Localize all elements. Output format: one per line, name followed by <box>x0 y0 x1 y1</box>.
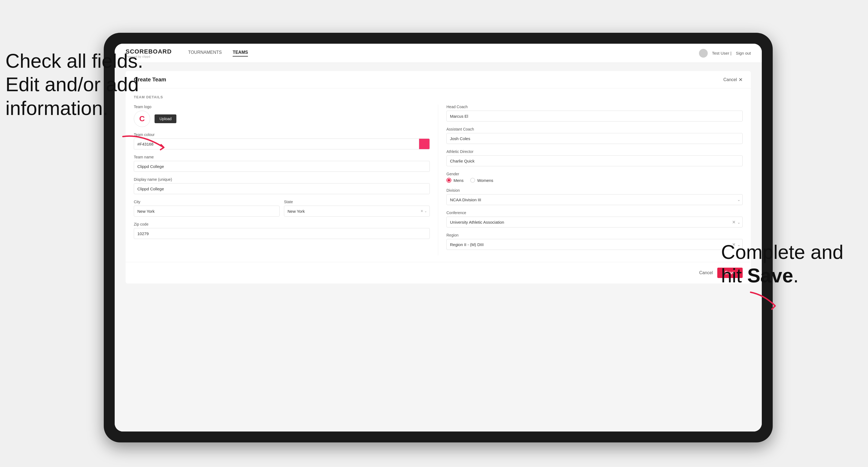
logo-area: C Upload <box>134 111 430 127</box>
region-label: Region <box>446 233 743 237</box>
gender-group: Gender Mens Womens <box>446 172 743 183</box>
section-label: TEAM DETAILS <box>134 95 743 99</box>
team-logo-group: Team logo C Upload <box>134 104 430 127</box>
tablet-device: SCOREBOARD Powered by clippd TOURNAMENTS… <box>104 33 773 442</box>
form-left: Team logo C Upload Team colour <box>134 104 438 255</box>
conference-select-wrapper: University Athletic Association ✕ ⌄ <box>446 217 743 227</box>
division-chevron-icon: ⌄ <box>737 197 741 202</box>
team-logo-label: Team logo <box>134 104 430 109</box>
region-select-wrapper: Region II - (M) DIII ✕ ⌄ <box>446 239 743 250</box>
nav-links: TOURNAMENTS TEAMS <box>188 50 699 57</box>
athletic-director-input[interactable] <box>446 155 743 166</box>
form-grid: Team logo C Upload Team colour <box>134 104 743 255</box>
panel-footer: Cancel Save <box>126 262 751 283</box>
radio-womens-label: Womens <box>477 178 493 183</box>
assistant-coach-input[interactable] <box>446 133 743 144</box>
division-label: Division <box>446 188 743 192</box>
state-group: State New York ✕ ⌄ <box>284 199 430 217</box>
athletic-director-label: Athletic Director <box>446 149 743 154</box>
state-select[interactable]: New York <box>284 206 430 217</box>
user-avatar <box>699 49 708 58</box>
team-name-input[interactable] <box>134 161 430 172</box>
division-select-controls: ⌄ <box>737 197 741 202</box>
team-colour-group: Team colour <box>134 132 430 149</box>
head-coach-input[interactable] <box>446 111 743 122</box>
city-input[interactable] <box>134 206 280 217</box>
radio-womens-dot <box>470 178 475 183</box>
upload-button[interactable]: Upload <box>155 115 176 123</box>
team-name-group: Team name <box>134 155 430 172</box>
conference-clear-icon[interactable]: ✕ <box>732 220 736 225</box>
radio-group: Mens Womens <box>446 178 743 183</box>
nav-tournaments[interactable]: TOURNAMENTS <box>188 50 222 57</box>
cancel-button[interactable]: Cancel <box>699 270 713 275</box>
color-input-wrapper <box>134 138 430 149</box>
head-coach-label: Head Coach <box>446 104 743 109</box>
conference-label: Conference <box>446 211 743 215</box>
sign-out-link[interactable]: Sign out <box>736 51 751 56</box>
zip-label: Zip code <box>134 222 430 226</box>
assistant-coach-group: Assistant Coach <box>446 127 743 144</box>
team-name-label: Team name <box>134 155 430 159</box>
head-coach-group: Head Coach <box>446 104 743 122</box>
display-name-label: Display name (unique) <box>134 177 430 182</box>
zip-group: Zip code <box>134 222 430 239</box>
panel-body: TEAM DETAILS Team logo C Upload <box>126 89 751 262</box>
navbar: SCOREBOARD Powered by clippd TOURNAMENTS… <box>115 44 762 63</box>
form-right: Head Coach Assistant Coach Athletic Dire… <box>438 104 743 255</box>
region-select[interactable]: Region II - (M) DIII <box>446 239 743 250</box>
cancel-label: Cancel <box>723 77 737 82</box>
state-select-wrapper: New York ✕ ⌄ <box>284 206 430 217</box>
state-label: State <box>284 199 430 204</box>
navbar-right: Test User | Sign out <box>699 49 751 58</box>
athletic-director-group: Athletic Director <box>446 149 743 166</box>
team-colour-label: Team colour <box>134 132 430 137</box>
city-state-row: City State New York <box>134 199 430 217</box>
conference-select[interactable]: University Athletic Association <box>446 217 743 227</box>
create-team-panel: Create Team Cancel ✕ TEAM DETAILS <box>126 71 751 283</box>
main-content: Create Team Cancel ✕ TEAM DETAILS <box>115 63 762 432</box>
annotation-right: Complete and hit Save. <box>721 240 843 287</box>
chevron-icon: ⌄ <box>424 209 427 213</box>
assistant-coach-label: Assistant Coach <box>446 127 743 131</box>
annotation-left: Check all fields. Edit and/or add inform… <box>5 49 143 120</box>
gender-label: Gender <box>446 172 743 176</box>
tablet-screen: SCOREBOARD Powered by clippd TOURNAMENTS… <box>115 44 762 432</box>
arrow-left-icon <box>120 131 175 153</box>
zip-input[interactable] <box>134 228 430 239</box>
radio-womens[interactable]: Womens <box>470 178 493 183</box>
division-select[interactable]: NCAA Division III <box>446 194 743 205</box>
radio-mens-label: Mens <box>454 178 464 183</box>
conference-group: Conference University Athletic Associati… <box>446 211 743 227</box>
city-group: City <box>134 199 280 217</box>
user-name: Test User | <box>712 51 732 56</box>
display-name-group: Display name (unique) <box>134 177 430 194</box>
panel-close-button[interactable]: Cancel ✕ <box>723 77 743 83</box>
team-colour-input[interactable] <box>134 138 419 149</box>
city-label: City <box>134 199 280 204</box>
nav-teams[interactable]: TEAMS <box>232 50 248 57</box>
state-select-icons: ✕ ⌄ <box>421 209 427 213</box>
arrow-right-icon <box>748 289 808 322</box>
clear-icon: ✕ <box>421 209 423 213</box>
radio-mens[interactable]: Mens <box>446 178 464 183</box>
conference-select-controls: ✕ ⌄ <box>732 220 741 225</box>
conference-chevron-icon: ⌄ <box>737 220 741 224</box>
close-icon: ✕ <box>739 77 743 83</box>
radio-mens-dot <box>446 178 451 183</box>
display-name-input[interactable] <box>134 183 430 194</box>
color-swatch[interactable] <box>419 138 430 149</box>
division-select-wrapper: NCAA Division III ⌄ <box>446 194 743 205</box>
panel-header: Create Team Cancel ✕ <box>126 71 751 89</box>
division-group: Division NCAA Division III ⌄ <box>446 188 743 205</box>
region-group: Region Region II - (M) DIII ✕ ⌄ <box>446 233 743 250</box>
